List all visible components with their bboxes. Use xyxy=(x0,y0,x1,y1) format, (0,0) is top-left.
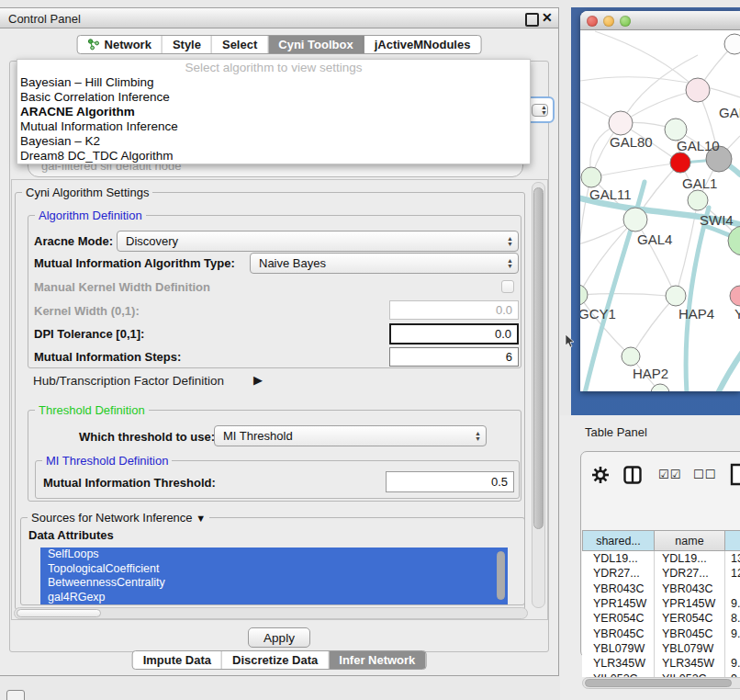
network-edge xyxy=(621,90,698,123)
attributes-scrollbar-thumb[interactable] xyxy=(497,551,505,600)
dpi-tolerance-label: DPI Tolerance [0,1]: xyxy=(34,327,144,341)
table-horizontal-scrollbar[interactable] xyxy=(582,677,740,689)
table-cell: 8. xyxy=(725,611,740,626)
tab-discretize-data[interactable]: Discretize Data xyxy=(222,651,329,669)
tab-style[interactable]: Style xyxy=(163,36,212,53)
table-row[interactable]: YBL079WYBL079W xyxy=(582,641,740,656)
algorithm-dropdown-list: Bayesian – Hill ClimbingBasic Correlatio… xyxy=(17,75,530,164)
dropdown-item[interactable]: Bayesian – K2 xyxy=(17,134,530,149)
network-node[interactable] xyxy=(623,208,647,231)
attribute-list-item[interactable]: gal4RGexp xyxy=(40,591,508,605)
table-cell: 9. xyxy=(725,671,740,677)
table-cell: YIL052C xyxy=(582,671,655,677)
network-node[interactable] xyxy=(686,78,710,102)
dropdown-item[interactable]: Mutual Information Inference xyxy=(17,119,530,134)
mi-steps-input[interactable]: 6 xyxy=(389,347,519,367)
apply-button[interactable]: Apply xyxy=(248,627,310,648)
dropdown-item[interactable]: Basic Correlation Inference xyxy=(17,90,530,105)
minimize-traffic-light-icon[interactable] xyxy=(603,16,614,27)
zoom-traffic-light-icon[interactable] xyxy=(620,16,631,27)
hub-definition-label[interactable]: Hub/Transcription Factor Definition xyxy=(33,374,224,388)
table-horizontal-scrollbar-thumb[interactable] xyxy=(585,679,732,687)
mi-type-combo[interactable]: Naive Bayes ▲▼ xyxy=(250,253,519,274)
settings-vertical-scrollbar-thumb[interactable] xyxy=(533,187,544,529)
table-row[interactable]: YDL19...YDL19...13 xyxy=(582,551,740,566)
tab-impute-data[interactable]: Impute Data xyxy=(133,651,222,669)
column-header-shared-name[interactable]: shared... xyxy=(582,530,655,551)
column-header-a[interactable]: A xyxy=(725,530,740,551)
deselect-all-checkboxes-icon[interactable]: ☐☐ xyxy=(693,468,716,481)
tab-network[interactable]: Network xyxy=(78,36,163,53)
table-cell: YDL19... xyxy=(582,551,655,566)
float-window-icon[interactable] xyxy=(525,13,539,27)
dropdown-item[interactable]: Bayesian – Hill Climbing xyxy=(17,75,530,90)
tab-jactivemnodules[interactable]: jActiveMNodules xyxy=(364,36,481,53)
expanded-arrow-icon[interactable]: ▼ xyxy=(196,513,206,524)
settings-horizontal-scrollbar[interactable] xyxy=(14,607,528,619)
table-body: YDL19...YDL19...13YDR27...YDR27...12YBR0… xyxy=(582,551,740,677)
table-cell: 13 xyxy=(725,551,740,566)
table-cell: YLR345W xyxy=(582,656,655,671)
table-cell: 9. xyxy=(725,656,740,671)
minimized-panel-icon[interactable] xyxy=(6,690,25,700)
aracne-mode-combo[interactable]: Discovery ▲▼ xyxy=(117,231,519,252)
table-row[interactable]: YDR27...YDR27...12 xyxy=(582,566,740,581)
show-columns-icon[interactable] xyxy=(623,466,642,484)
select-all-checkboxes-icon[interactable]: ☑☑ xyxy=(658,468,681,481)
table-row[interactable]: YLR345WYLR345W9. xyxy=(582,656,740,671)
network-node[interactable] xyxy=(622,347,640,366)
table-row[interactable]: YBR043CYBR043C xyxy=(582,581,740,596)
column-header-name[interactable]: name xyxy=(655,530,725,551)
network-node[interactable] xyxy=(580,285,588,305)
network-node[interactable] xyxy=(609,111,633,135)
dpi-tolerance-input[interactable]: 0.0 xyxy=(389,323,519,344)
network-node[interactable] xyxy=(670,152,690,173)
table-cell: YDR27... xyxy=(582,566,655,581)
which-threshold-combo[interactable]: MI Threshold ▲▼ xyxy=(214,425,487,446)
node-label: GAL11 xyxy=(589,186,632,202)
network-node[interactable] xyxy=(724,34,740,54)
tab-infer-network[interactable]: Infer Network xyxy=(329,651,425,669)
attribute-list-item[interactable]: SelfLoops xyxy=(40,548,508,562)
mi-threshold-input[interactable]: 0.5 xyxy=(386,471,514,492)
table-row[interactable]: YIL052CYIL052C9. xyxy=(582,671,740,677)
tab-cyni-toolbox[interactable]: Cyni Toolbox xyxy=(268,36,364,53)
network-node[interactable] xyxy=(666,286,686,306)
table-row[interactable]: YPR145WYPR145W9. xyxy=(582,596,740,611)
combo-stepper-icon: ▲▼ xyxy=(507,258,513,269)
settings-horizontal-scrollbar-thumb[interactable] xyxy=(17,609,101,617)
new-table-icon[interactable] xyxy=(730,463,740,486)
table-panel: Table Panel ☑☑ ☐☐ shared... name A xyxy=(560,415,740,700)
node-label: SWI4 xyxy=(700,212,734,228)
network-edge xyxy=(631,296,676,356)
network-node[interactable] xyxy=(730,286,740,306)
tab-select[interactable]: Select xyxy=(212,36,268,53)
network-node[interactable] xyxy=(688,190,708,210)
network-canvas[interactable]: GALGAL80GAL10GAL1GAL11SWI4GAL4GCY1HAP4YH… xyxy=(580,30,740,391)
network-icon xyxy=(88,39,100,51)
network-window-titlebar[interactable] xyxy=(580,11,740,30)
network-node[interactable] xyxy=(581,167,601,187)
gear-icon[interactable] xyxy=(591,466,610,484)
settings-vertical-scrollbar[interactable] xyxy=(532,182,545,608)
close-traffic-light-icon[interactable] xyxy=(587,16,598,27)
network-edge xyxy=(580,295,631,356)
node-label: GAL10 xyxy=(677,138,720,153)
network-node[interactable] xyxy=(728,226,740,255)
manual-kernel-checkbox[interactable] xyxy=(501,280,514,293)
which-threshold-label: Which threshold to use: xyxy=(79,430,215,444)
mi-type-value: Naive Bayes xyxy=(259,256,326,270)
dropdown-item[interactable]: Dream8 DC_TDC Algorithm xyxy=(17,149,530,164)
table-cell: YLR345W xyxy=(655,656,725,671)
table-row[interactable]: YER054CYER054C8. xyxy=(582,611,740,626)
control-panel-titlebar[interactable]: Control Panel ✕ xyxy=(0,8,558,28)
table-cell: YER054C xyxy=(582,611,655,626)
collapsed-arrow-icon[interactable]: ▶ xyxy=(253,373,263,387)
dropdown-item[interactable]: ARACNE Algorithm xyxy=(17,105,530,119)
table-row[interactable]: YBR045CYBR045C9. xyxy=(582,626,740,640)
attribute-list-item[interactable]: BetweennessCentrality xyxy=(40,576,508,591)
attribute-list-item[interactable]: TopologicalCoefficient xyxy=(40,562,508,577)
close-icon[interactable]: ✕ xyxy=(542,10,553,25)
kernel-width-input[interactable]: 0.0 xyxy=(389,300,519,320)
mouse-cursor-icon xyxy=(564,334,577,349)
